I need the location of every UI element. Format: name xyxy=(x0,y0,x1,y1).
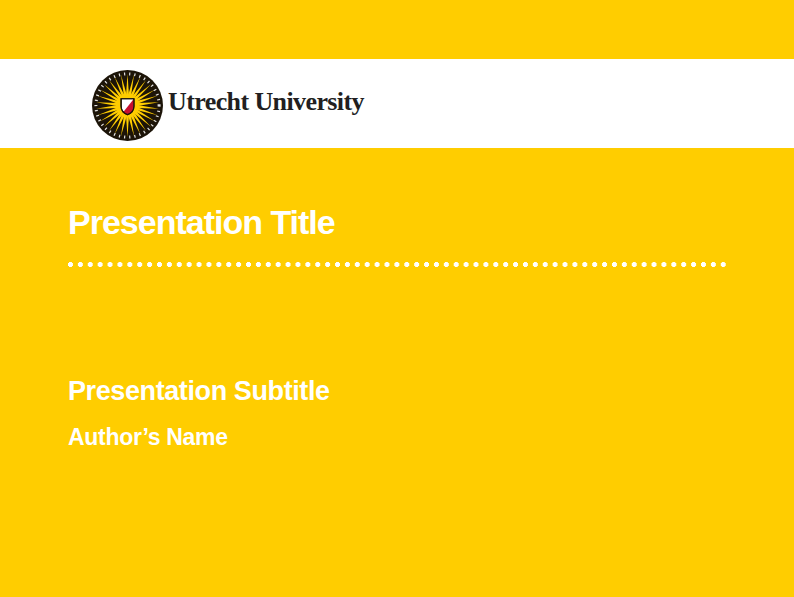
shield-icon xyxy=(121,99,134,115)
utrecht-university-sun-logo xyxy=(92,70,163,141)
top-accent-bar xyxy=(0,0,794,59)
slide-title: Presentation Title xyxy=(68,205,335,239)
author-name: Author’s Name xyxy=(68,426,228,449)
title-dotted-rule xyxy=(68,261,728,268)
slide-subtitle: Presentation Subtitle xyxy=(68,378,330,405)
university-wordmark: Utrecht University xyxy=(168,89,364,115)
header-logo-band: Utrecht University xyxy=(0,59,794,148)
slide-canvas: Utrecht University Presentation Title Pr… xyxy=(0,0,794,597)
sun-logo-graphic xyxy=(92,70,163,141)
